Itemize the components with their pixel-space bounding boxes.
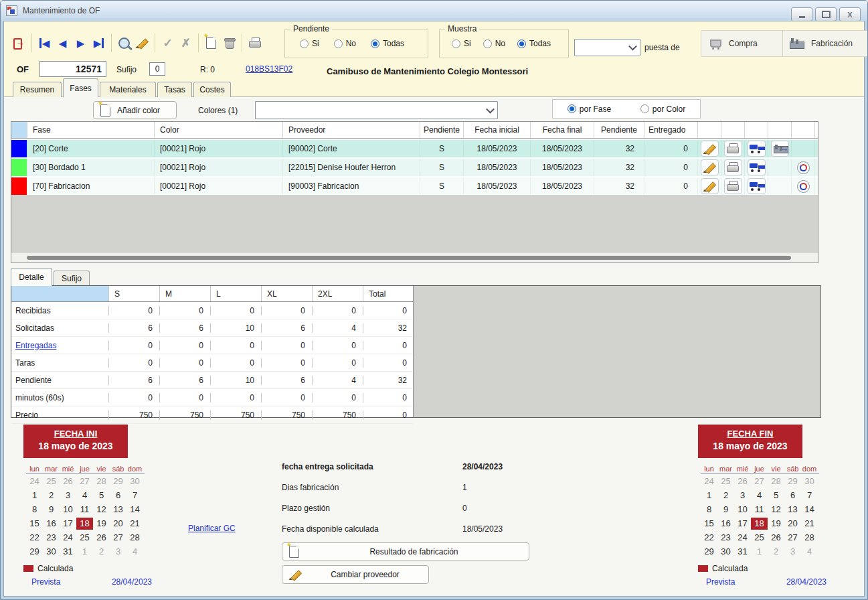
calendar-day[interactable]: 1 <box>701 490 717 502</box>
minimize-button[interactable] <box>791 7 812 21</box>
column-header-entregado[interactable]: Entregado <box>644 122 697 138</box>
calendar-day[interactable]: 25 <box>717 475 734 487</box>
colores-combobox[interactable] <box>255 101 498 119</box>
edit-phase-button[interactable] <box>701 178 719 194</box>
exit-button[interactable] <box>10 33 28 52</box>
pendiente-si-radio[interactable]: Si <box>300 39 319 48</box>
calendar-day[interactable]: 26 <box>60 475 76 487</box>
calendar-day[interactable]: 24 <box>26 475 43 487</box>
model-code-link[interactable]: 018BS13F02 <box>246 64 292 74</box>
calendar-day[interactable]: 1 <box>751 546 768 558</box>
calendar-day-selected[interactable]: 18 <box>76 518 93 530</box>
delete-button[interactable] <box>220 33 238 52</box>
horizontal-scrollbar[interactable] <box>11 252 818 262</box>
of-input[interactable]: 12571 <box>39 61 106 77</box>
next-record-button[interactable]: ▶ <box>72 33 90 52</box>
calendar-day[interactable]: 13 <box>784 504 801 516</box>
calendar-day[interactable]: 11 <box>751 504 768 516</box>
calendar-day[interactable]: 28 <box>126 532 143 544</box>
calendar-day[interactable]: 15 <box>701 518 717 530</box>
calendar-day[interactable]: 21 <box>801 518 818 530</box>
calendar-day[interactable]: 25 <box>751 532 768 544</box>
edit-button[interactable] <box>133 33 151 52</box>
fabricacion-button[interactable]: Fabricación <box>782 30 868 57</box>
calendar-day[interactable]: 2 <box>717 490 734 502</box>
resync-button[interactable] <box>797 180 810 193</box>
propuesta-combobox[interactable] <box>574 39 640 56</box>
calendar-day[interactable]: 27 <box>76 475 93 487</box>
calendar-day[interactable]: 6 <box>784 490 801 502</box>
calendar-day[interactable]: 22 <box>26 532 43 544</box>
calendar-day[interactable]: 30 <box>801 475 818 487</box>
tab-sufijo[interactable]: Sufijo <box>54 271 90 286</box>
add-color-button[interactable]: Añadir color <box>93 101 177 119</box>
calendar-day[interactable]: 31 <box>734 546 751 558</box>
muestra-todas-radio[interactable]: Todas <box>517 39 551 48</box>
column-header-pendiente-qty[interactable]: Pendiente <box>594 122 644 138</box>
por-fase-radio[interactable]: por Fase <box>568 104 611 114</box>
delivery-phase-button[interactable] <box>748 178 766 194</box>
table-row[interactable]: [20] Corte [00021] Rojo [90002] Corte S … <box>11 139 818 157</box>
maximize-button[interactable] <box>815 7 837 21</box>
delivery-phase-button[interactable] <box>748 159 766 175</box>
print-phase-button[interactable] <box>724 141 742 157</box>
calendar-day[interactable]: 16 <box>717 518 734 530</box>
calendar-day[interactable]: 5 <box>93 490 110 502</box>
edit-phase-button[interactable] <box>701 141 719 157</box>
calendar-day[interactable]: 3 <box>734 490 751 502</box>
calendar-day[interactable]: 23 <box>43 532 60 544</box>
compra-button[interactable]: Compra <box>701 30 790 57</box>
sufijo-input[interactable]: 0 <box>149 62 165 76</box>
cambiar-proveedor-button[interactable]: Cambiar proveedor <box>282 565 429 584</box>
calendar-day[interactable]: 19 <box>93 518 110 530</box>
calendar-day[interactable]: 27 <box>110 532 126 544</box>
column-header-fase[interactable]: Fase <box>27 122 154 138</box>
tab-detalle[interactable]: Detalle <box>11 268 52 286</box>
calendar-day[interactable]: 27 <box>784 532 801 544</box>
calendar-day[interactable]: 2 <box>768 546 784 558</box>
calendar-day[interactable]: 11 <box>76 504 93 516</box>
calendar-day[interactable]: 23 <box>717 532 734 544</box>
calendar-day[interactable]: 28 <box>768 475 784 487</box>
por-color-radio[interactable]: por Color <box>640 104 685 114</box>
column-header-proveedor[interactable]: Proveedor <box>282 122 420 138</box>
calendar-day[interactable]: 26 <box>734 475 751 487</box>
calendar-day[interactable]: 29 <box>110 475 126 487</box>
calendar-day[interactable]: 10 <box>60 504 76 516</box>
calendar-day[interactable]: 30 <box>717 546 734 558</box>
column-header-fecha-final[interactable]: Fecha final <box>530 122 594 138</box>
calendar-day[interactable]: 12 <box>93 504 110 516</box>
calendar-day[interactable]: 8 <box>701 504 717 516</box>
scrollbar-thumb[interactable] <box>27 256 791 260</box>
calendar-day[interactable]: 2 <box>43 490 60 502</box>
new-record-button[interactable] <box>202 33 220 52</box>
calendar-day[interactable]: 30 <box>43 546 60 558</box>
previous-record-button[interactable]: ◀ <box>54 33 72 52</box>
calendar-day[interactable]: 8 <box>26 504 43 516</box>
print-button[interactable] <box>246 33 264 52</box>
tab-resumen[interactable]: Resumen <box>13 82 62 97</box>
column-header-fecha-inicial[interactable]: Fecha inicial <box>463 122 530 138</box>
calendar-day[interactable]: 1 <box>76 546 93 558</box>
calendar-day[interactable]: 21 <box>126 518 143 530</box>
calendar-day[interactable]: 29 <box>26 546 43 558</box>
calendar-day[interactable]: 7 <box>126 490 143 502</box>
accept-button[interactable]: ✓ <box>159 33 177 52</box>
size-row-link[interactable]: Entregadas <box>11 341 108 350</box>
calendar-day[interactable]: 7 <box>801 490 818 502</box>
tab-fases[interactable]: Fases <box>63 78 98 97</box>
resultado-fabricacion-button[interactable]: Resultado de fabricación <box>282 542 529 560</box>
calendar-day[interactable]: 14 <box>801 504 818 516</box>
print-phase-button[interactable] <box>724 159 742 175</box>
calendar-day[interactable]: 30 <box>126 475 143 487</box>
calendar-day[interactable]: 31 <box>60 546 76 558</box>
calendar-day[interactable]: 3 <box>60 490 76 502</box>
calendar-day[interactable]: 24 <box>60 532 76 544</box>
calendar-day[interactable]: 17 <box>734 518 751 530</box>
calendar-day[interactable]: 24 <box>734 532 751 544</box>
calendar-day[interactable]: 20 <box>110 518 126 530</box>
calendar-day[interactable]: 16 <box>43 518 60 530</box>
calendar-day[interactable]: 14 <box>126 504 143 516</box>
calendar-day[interactable]: 29 <box>701 546 717 558</box>
calendar-day[interactable]: 24 <box>701 475 717 487</box>
